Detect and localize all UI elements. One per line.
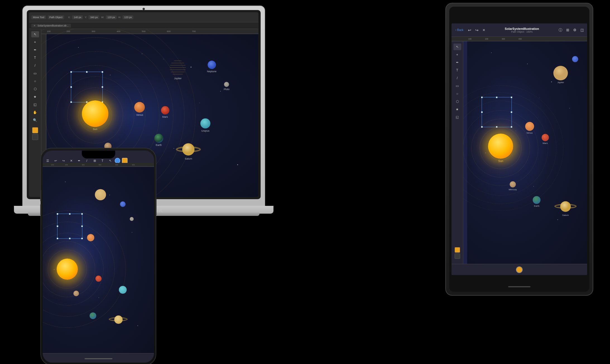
pen-tool[interactable]: ✒ — [31, 47, 39, 53]
mercury-phone[interactable] — [73, 291, 79, 296]
sun-tablet[interactable]: Sun — [488, 134, 513, 163]
tablet-text-tool[interactable]: T — [453, 67, 461, 74]
tablet-shear-tool[interactable]: ◱ — [453, 114, 461, 120]
mars-body-mac — [161, 106, 169, 115]
tablet-node-tool[interactable]: ⌖ — [453, 51, 461, 58]
tablet-star-tool[interactable]: ★ — [453, 106, 461, 113]
uranus-body-mac — [200, 119, 210, 129]
redo-button[interactable]: ↪ — [474, 28, 480, 32]
venus-label-tablet: Venus — [526, 132, 532, 134]
hand-tool[interactable]: ✋ — [31, 109, 39, 115]
earth-tablet[interactable]: Earth — [533, 196, 541, 207]
rect-tool[interactable]: ▭ — [31, 70, 39, 76]
close-button[interactable]: ✕ — [481, 28, 486, 32]
phone-vol-up-btn[interactable] — [40, 190, 41, 201]
venus-body-tablet — [525, 122, 534, 131]
grid-button-tablet[interactable]: ⊞ — [565, 28, 570, 32]
sun-phone[interactable] — [57, 259, 78, 280]
phone-vol-down-btn[interactable] — [40, 204, 41, 215]
earth-phone[interactable] — [90, 312, 96, 319]
sun-mac[interactable]: Sun — [82, 100, 108, 131]
neptune-mac[interactable]: Neptune — [207, 61, 217, 73]
back-button[interactable]: ‹ Back — [454, 27, 465, 33]
uranus-phone[interactable] — [119, 286, 127, 294]
x-value[interactable]: 140 px — [72, 15, 83, 19]
mars-tablet[interactable]: Mars — [542, 134, 549, 144]
neptune-body-mac — [208, 61, 216, 69]
venus-tablet[interactable]: Venus — [525, 122, 534, 134]
move-tool-label[interactable]: Move Tool — [31, 15, 46, 19]
saturn-mac[interactable]: Saturn — [179, 143, 198, 160]
gear-button-tablet[interactable]: ⚙ — [572, 28, 578, 32]
tablet-rect-tool[interactable]: ▭ — [453, 83, 461, 89]
sun-label-mac: Sun — [93, 128, 97, 131]
orbit-saturn-phone — [43, 211, 126, 328]
h-value[interactable]: 120 px — [123, 15, 133, 19]
select-tool[interactable]: ↖ — [31, 31, 39, 37]
uranus-mac[interactable]: Uranus — [200, 119, 210, 132]
mac-tab-file[interactable]: ✕ SolarSystemillustration.idr... — [31, 24, 71, 28]
venus-label-mac: Venus — [136, 113, 143, 116]
mercury-body-tablet — [510, 181, 516, 187]
venus-mac[interactable]: Venus — [134, 102, 145, 116]
earth-body-phone — [90, 312, 96, 319]
transform-tool[interactable]: ◱ — [31, 102, 39, 108]
pluto-mac[interactable]: Pluto — [224, 82, 230, 90]
venus-body-phone — [87, 234, 94, 241]
neptune-label-mac: Neptune — [207, 70, 217, 73]
saturn-tablet[interactable]: Saturn — [556, 200, 575, 216]
path-object-label[interactable]: Path Object — [48, 15, 64, 19]
w-value[interactable]: 120 px — [106, 15, 117, 19]
macbook-camera — [143, 8, 145, 10]
saturn-body-mac — [182, 143, 194, 156]
tablet-canvas[interactable]: Sun Mercury Venus — [467, 41, 587, 264]
pluto-phone[interactable] — [130, 217, 134, 221]
tablet-polygon-tool[interactable]: ⬡ — [453, 98, 461, 105]
mercury-tablet[interactable]: Mercury — [509, 181, 517, 191]
mars-phone[interactable] — [95, 276, 102, 282]
earth-label-tablet: Earth — [534, 205, 539, 207]
tab-close-icon[interactable]: ✕ — [33, 24, 36, 27]
tablet-header-title: SolarSystemIllustration Path Object · 16… — [488, 27, 556, 33]
tablet-ellipse-tool[interactable]: ○ — [453, 90, 461, 97]
tablet-canvas-wrap[interactable]: Sun Mercury Venus — [463, 41, 587, 264]
stroke-color-swatch[interactable] — [32, 134, 38, 140]
tablet-line-tool[interactable]: / — [453, 75, 461, 81]
y-value[interactable]: 340 px — [88, 15, 99, 19]
fill-color-swatch[interactable] — [32, 127, 38, 133]
phone-power-btn[interactable] — [155, 199, 157, 215]
jupiter-phone[interactable] — [95, 189, 106, 200]
neptune-tablet[interactable] — [572, 56, 578, 62]
pluto-label-mac: Pluto — [224, 88, 230, 90]
earth-body-tablet — [533, 196, 541, 204]
text-tool[interactable]: T — [31, 55, 39, 61]
saturn-phone[interactable] — [111, 314, 126, 325]
phone-canvas[interactable] — [43, 167, 154, 353]
tablet-screen-bezel: ‹ Back ↩ ↪ ✕ SolarSystemIllustration Pat… — [449, 7, 589, 292]
tab-filename: SolarSystemillustration.idr... — [38, 24, 69, 27]
mars-mac[interactable]: Mars — [161, 106, 169, 118]
info-button-tablet[interactable]: ⓘ — [558, 28, 563, 33]
earth-mac[interactable]: Earth — [154, 134, 163, 146]
polygon-tool[interactable]: ⬡ — [31, 86, 39, 92]
tablet-select-tool[interactable]: ↖ — [453, 44, 461, 50]
node-tool[interactable]: ⌖ — [31, 39, 39, 45]
phone-color-circle[interactable] — [115, 158, 120, 163]
zoom-tool[interactable]: 🔍 — [31, 117, 39, 123]
ellipse-tool[interactable]: ○ — [31, 78, 39, 84]
neptune-phone[interactable] — [120, 201, 126, 207]
star-tool[interactable]: ★ — [31, 94, 39, 100]
venus-phone[interactable] — [87, 234, 94, 241]
line-tool[interactable]: / — [31, 62, 39, 69]
phone-fill-swatch[interactable] — [122, 158, 128, 163]
jupiter-mac[interactable]: Jupiter — [170, 60, 186, 80]
earth-label-mac: Earth — [156, 143, 162, 146]
tablet-pen-tool[interactable]: ✒ — [453, 59, 461, 66]
undo-button[interactable]: ↩ — [467, 28, 472, 32]
jupiter-tablet[interactable]: Jupiter — [553, 66, 568, 84]
tablet-color-circle[interactable] — [516, 266, 523, 273]
tablet-fill-swatch[interactable] — [455, 247, 460, 253]
tablet-stroke-swatch[interactable] — [455, 253, 460, 259]
layers-button-tablet[interactable]: ◫ — [579, 28, 585, 32]
uranus-label-mac: Uranus — [201, 129, 209, 132]
